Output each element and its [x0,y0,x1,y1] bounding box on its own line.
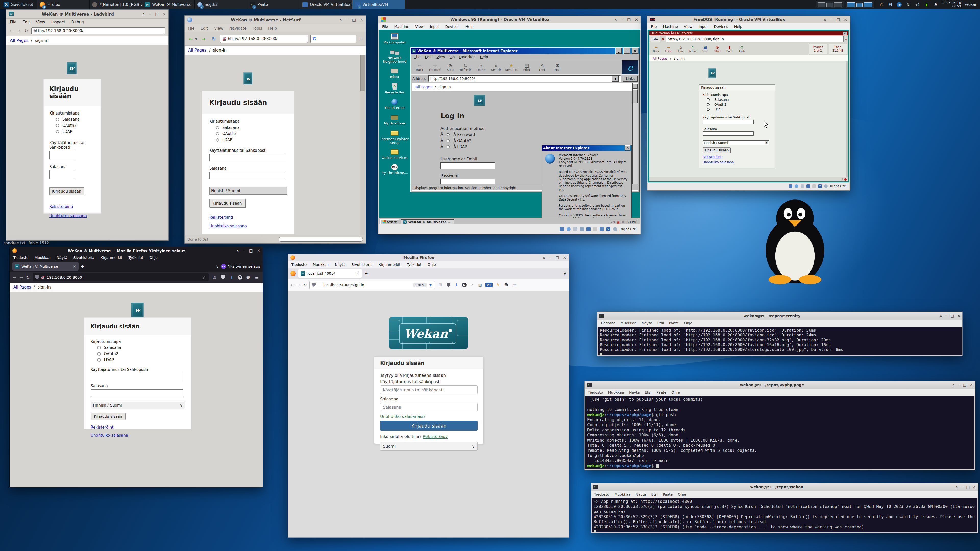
titlebar[interactable]: >_ wekan@z: ~/repos/w/php/page ∧ – □ × [585,381,975,389]
titlebar[interactable]: >_ wekan@z: ~/repos/wekan ∧ – □ × [591,483,978,491]
bookmark-star-filled-icon[interactable]: ★ [429,283,432,287]
ie-home-button[interactable]: ⌂Home [473,63,488,72]
url-bar[interactable]: http://192.168.0.20:8000/ [32,27,165,35]
insecure-padlock-icon[interactable] [41,275,45,279]
menu-etsi[interactable]: Etsi [645,390,652,394]
close-icon[interactable]: × [969,383,973,387]
menu-icon[interactable]: ≡ [254,275,259,280]
close-icon[interactable]: × [257,249,260,253]
reload-icon[interactable]: ↻ [210,35,218,43]
minimize-icon[interactable]: _ [615,48,622,54]
ie-search-button[interactable]: ⌕Search [488,63,504,72]
radio-password[interactable] [447,133,450,136]
menu-tyokalut[interactable]: Työkalut [128,256,143,260]
notifications-tray-icon[interactable]: 🔔︎ [933,2,939,7]
recording-status-icon[interactable]: V [606,227,611,231]
ie-menu-edit[interactable]: Edit [425,55,432,59]
radio-salasana[interactable] [216,126,219,129]
vbox-menu-machine[interactable]: Machine [663,24,678,29]
menu-kirjanmerkit[interactable]: Kirjanmerkit [379,262,401,267]
scrollbar[interactable] [360,55,366,235]
menu-tools[interactable]: Tools [253,26,262,30]
applications-menu[interactable]: X Sovellukset [0,0,37,9]
ie-stop-button[interactable]: ⊗Stop [442,63,458,72]
stylus-icon[interactable]: S [462,283,466,287]
vbox-menu-help[interactable]: Help [734,24,742,29]
search-icon[interactable]: ⌕ [845,37,847,41]
keyboard-layout-indicator[interactable]: FI [888,2,892,7]
menu-tiedosto[interactable]: Tiedosto [291,262,307,267]
breadcrumb-all-pages-link[interactable]: All Pages [10,38,28,43]
radio-oauth2[interactable] [56,124,59,127]
menu-nayta[interactable]: Näytä [335,262,345,267]
shade-icon[interactable]: ∧ [824,18,826,22]
menu-nayta[interactable]: Näytä [635,492,646,496]
dialog-titlebar[interactable]: About Internet Explorer × [542,145,632,151]
menu-paate[interactable]: Pääte [656,390,667,394]
vbox-menu-devices[interactable]: Devices [714,24,728,29]
taskbar-task-wekan[interactable]: w WeKan ® Multiverse ... [401,219,454,225]
shade-icon[interactable]: ∧ [940,314,942,318]
radio-oauth2[interactable] [97,352,101,356]
firefox-app-icon[interactable] [290,271,296,276]
terminal-output[interactable]: ResourceLoader: Finished load of: "http:… [598,327,962,355]
forgot-password-link[interactable]: Unohtuiko salasana [91,433,128,438]
username-input[interactable] [441,162,495,169]
shade-icon[interactable]: ∧ [236,249,239,253]
menu-etsi[interactable]: Etsi [651,492,658,496]
workspace-2-active[interactable] [845,1,874,8]
icon-my-computer[interactable]: My Computer [380,33,409,44]
cd-status-icon[interactable] [566,227,571,231]
start-button[interactable]: Start [380,219,399,225]
display-status-icon[interactable] [600,227,604,231]
dillo-tools-button[interactable]: ⚙Tools [736,45,748,52]
close-icon[interactable]: × [632,48,638,54]
tab-list-icon[interactable]: ∨ [216,264,219,269]
maximize-icon[interactable]: □ [624,48,630,54]
language-select[interactable]: Finnish / Suomi ▼ [703,140,770,145]
menu-etsi[interactable]: Etsi [657,321,664,325]
minimize-icon[interactable]: – [621,18,623,22]
vbox-menu-view[interactable]: View [684,24,692,29]
close-icon[interactable]: × [360,18,363,22]
username-input[interactable] [380,386,478,394]
register-link[interactable]: Rekisteröidy [423,434,448,439]
usb-status-icon[interactable] [593,227,597,231]
back-icon[interactable]: ← [10,28,13,34]
ie-font-button[interactable]: AFont [535,63,550,72]
username-input[interactable] [91,373,183,380]
menu-file[interactable]: File [10,20,16,24]
taskbar-item-virtualbox-manager[interactable]: Oracle VM VirtualBox M... [300,0,352,9]
maximize-icon[interactable]: □ [966,485,969,489]
titlebar[interactable]: WeKan ® Multiverse - NetSurf ∧ – □ × [185,16,366,24]
menu-paate[interactable]: Pääte [669,321,679,325]
terminal-output[interactable]: (use "git push" to publish your local co… [585,396,974,469]
scrollbar-thumb[interactable] [633,89,638,103]
reload-icon[interactable]: ↻ [304,283,307,287]
tab-list-icon[interactable]: ∨ [563,271,566,276]
tab-localhost[interactable]: w localhost:4000/ × [298,269,362,278]
forgot-password-link[interactable]: Unohtuiko salasana [49,213,87,218]
username-input[interactable] [703,120,754,124]
minimize-icon[interactable]: – [243,249,245,253]
ie-menu-view[interactable]: View [437,55,445,59]
volume-tray-icon[interactable]: ◁) [915,2,920,7]
new-tab-icon[interactable]: + [81,264,84,269]
language-select[interactable]: Finnish / Suomi [209,187,287,195]
register-link[interactable]: Rekisteröinti [209,215,233,220]
ie-scrollbar[interactable] [632,83,638,184]
dillo-scrollbar[interactable] [845,62,848,177]
menu-muokkaa[interactable]: Muokkaa [608,390,624,394]
desktop-file-label[interactable]: fablo 1512 [29,241,49,245]
menu-sivuhistoria[interactable]: Sivuhistoria [73,256,94,260]
menu-nayta[interactable]: Näytä [629,390,640,394]
ie-back-button[interactable]: ←Back [412,63,427,72]
dillo-titlebar[interactable]: Dillo: WeKan Â® Multiverse × [649,31,848,35]
scrollbar-thumb[interactable] [360,55,365,91]
forgot-password-link[interactable]: Unohditko salasanasi? [380,414,425,419]
taskbar-item-terminal[interactable]: >_ Pääte 5 [247,0,300,9]
dillo-back-button[interactable]: ←Back [650,45,662,52]
icon-network-neighborhood[interactable]: Network Neighborhood [380,48,409,64]
ie-favorites-button[interactable]: ★Favorites [504,63,519,72]
password-input[interactable] [441,179,495,184]
